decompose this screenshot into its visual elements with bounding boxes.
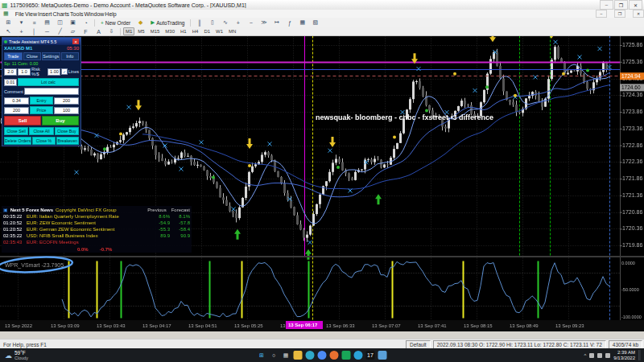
- candlestick-icon[interactable]: ▯: [206, 18, 218, 27]
- timeframe-button[interactable]: W1: [213, 27, 225, 35]
- lines-checkbox[interactable]: ✓: [61, 68, 67, 75]
- weather-temp: 59°F: [14, 350, 28, 356]
- menu-item[interactable]: Tools: [70, 11, 83, 17]
- trade-panel-tab[interactable]: Settings: [42, 52, 60, 60]
- channel-icon[interactable]: ▱: [67, 27, 79, 36]
- sell-button[interactable]: Sell: [4, 116, 41, 125]
- buy-button[interactable]: Buy: [42, 116, 79, 125]
- bar-chart-icon[interactable]: ║: [193, 18, 205, 27]
- weather-widget[interactable]: ☁ 59°F Cloudy: [0, 350, 33, 361]
- comment-field[interactable]: [24, 88, 79, 95]
- minimize-button[interactable]: –: [600, 0, 613, 10]
- timeframe-button[interactable]: M15: [148, 27, 163, 35]
- close-buy-button[interactable]: Close Buy: [55, 127, 79, 135]
- timeframe-button[interactable]: H1: [178, 27, 189, 35]
- cursor-icon[interactable]: ↖: [2, 27, 14, 36]
- zoom-in-icon[interactable]: +: [232, 18, 244, 27]
- timeframe-button[interactable]: M1: [123, 27, 134, 35]
- hidden-icons-chevron[interactable]: ^: [584, 353, 586, 358]
- stoploss-field[interactable]: 200: [54, 97, 79, 105]
- chrome-browser-icon[interactable]: [318, 351, 327, 360]
- sl-points-field[interactable]: 200: [4, 107, 29, 114]
- rr2-field[interactable]: 1.0: [18, 68, 31, 76]
- lot-calc-field[interactable]: 0.01: [4, 79, 17, 86]
- rr1-field[interactable]: 2.0: [4, 68, 17, 76]
- arrows-tool-icon[interactable]: ⇩: [105, 27, 118, 36]
- timeframe-button[interactable]: D1: [201, 27, 213, 35]
- mail-icon[interactable]: [378, 351, 387, 360]
- trade-assistant-panel: Trade Assistant MT4 5.5 ✕ XAUUSD M1 05:3…: [2, 37, 81, 146]
- menu-item[interactable]: File: [15, 11, 24, 17]
- menu-item[interactable]: Insert: [38, 11, 52, 17]
- child-minimize-button[interactable]: –: [596, 10, 607, 18]
- menu-item[interactable]: Charts: [52, 11, 69, 17]
- takeprofit-field[interactable]: 100: [54, 107, 79, 114]
- comment-label: Comment: [4, 89, 23, 94]
- search-icon[interactable]: ○: [270, 351, 279, 360]
- task-view-icon[interactable]: ▦: [282, 351, 291, 360]
- risk-field[interactable]: 1.00: [47, 68, 60, 76]
- autotrading-icon: ▶: [151, 19, 155, 26]
- clock-time: 2:39 AM: [617, 350, 635, 356]
- volume-icon[interactable]: [597, 353, 602, 358]
- firefox-browser-icon[interactable]: [330, 351, 339, 360]
- breakeven-button[interactable]: Breakeven: [56, 137, 79, 145]
- lot-calc-button[interactable]: Lot calc: [18, 78, 79, 86]
- trade-panel-titlebar[interactable]: Trade Assistant MT4 5.5 ✕: [2, 38, 80, 45]
- line-chart-icon[interactable]: ∿: [219, 18, 231, 27]
- child-restore-button[interactable]: ❐: [614, 10, 625, 18]
- close-button[interactable]: ✕: [629, 0, 642, 10]
- profile-selector[interactable]: Default: [406, 340, 431, 349]
- start-button[interactable]: ⊞: [258, 351, 266, 360]
- edge-browser-icon[interactable]: [306, 351, 315, 360]
- trendline-icon[interactable]: ╱: [54, 27, 66, 36]
- autotrading-button[interactable]: ▶ AutoTrading: [147, 18, 188, 27]
- menu-item[interactable]: Window: [84, 11, 104, 17]
- menu-item[interactable]: View: [25, 11, 37, 17]
- chart-shift-icon[interactable]: ↦: [270, 18, 283, 27]
- metatrader-icon[interactable]: [342, 351, 351, 360]
- trade-panel-tab[interactable]: Trade: [4, 52, 23, 60]
- horizontal-line-icon[interactable]: ─: [41, 27, 53, 36]
- price-chart[interactable]: [0, 35, 644, 331]
- price-mode-button[interactable]: Price: [30, 106, 53, 114]
- battery-icon[interactable]: [605, 353, 610, 358]
- delete-orders-button[interactable]: Delete Orders: [4, 137, 31, 145]
- tradingview-icon[interactable]: 17: [366, 351, 375, 360]
- close-all-button[interactable]: Close All: [29, 127, 53, 135]
- trade-panel-close-icon[interactable]: ✕: [72, 39, 79, 44]
- templates-icon[interactable]: ▧: [309, 18, 321, 27]
- metaeditor-icon[interactable]: ◆: [134, 18, 147, 27]
- window-bottom-strip: [0, 331, 644, 339]
- trade-panel-tab[interactable]: Info: [61, 52, 80, 60]
- ohlc-readout: 2022.09.13 08:30 O: 1722.90 Hi: 1723.11 …: [433, 340, 606, 349]
- entry-mode-button[interactable]: Entry: [30, 97, 53, 105]
- lot-size-field[interactable]: 0.34: [4, 97, 29, 105]
- close-sell-button[interactable]: Close Sell: [4, 127, 28, 135]
- timeframe-button[interactable]: MN: [226, 27, 238, 35]
- timeframe-button[interactable]: H4: [190, 27, 201, 35]
- file-explorer-icon[interactable]: [294, 351, 303, 360]
- vertical-line-icon[interactable]: │: [28, 27, 40, 36]
- show-desktop-button[interactable]: [638, 350, 641, 360]
- text-tool-icon[interactable]: A: [93, 27, 105, 36]
- child-close-button[interactable]: ✕: [633, 10, 644, 18]
- close-percent-button[interactable]: Close %: [32, 137, 55, 145]
- trade-panel-tab[interactable]: Close: [23, 52, 42, 60]
- trade-panel-symbol: XAUUSD M1: [4, 46, 32, 51]
- telegram-icon[interactable]: [354, 351, 363, 360]
- maximize-button[interactable]: ❐: [614, 0, 628, 10]
- menu-item[interactable]: Help: [105, 11, 116, 17]
- timeframe-button[interactable]: M5: [135, 27, 147, 35]
- crosshair-icon[interactable]: +: [15, 27, 27, 36]
- indicators-icon[interactable]: ƒ: [283, 18, 295, 27]
- zoom-out-icon[interactable]: −: [245, 18, 257, 27]
- network-icon[interactable]: [589, 353, 594, 358]
- cloud-icon: ☁: [5, 352, 12, 360]
- taskbar-clock[interactable]: 2:39 AM 9/13/2022: [613, 350, 635, 361]
- auto-scroll-icon[interactable]: ≫: [258, 18, 270, 27]
- change-percent-1: 0.0%: [77, 247, 89, 252]
- timeframe-button[interactable]: M30: [163, 27, 177, 35]
- fibonacci-icon[interactable]: F: [80, 27, 92, 36]
- periods-icon[interactable]: ▦: [296, 18, 308, 27]
